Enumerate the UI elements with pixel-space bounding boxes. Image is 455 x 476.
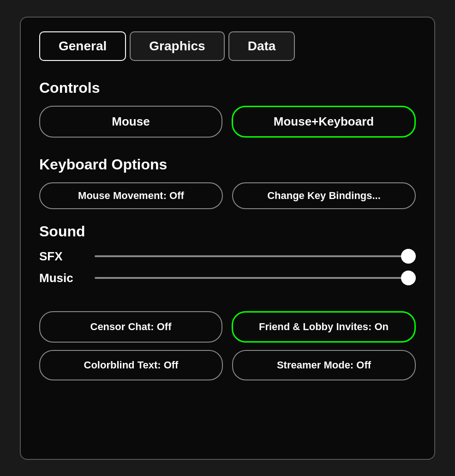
bottom-buttons: Censor Chat: Off Friend & Lobby Invites:… [39, 311, 416, 380]
sfx-row: SFX [39, 249, 416, 264]
bottom-row-2: Colorblind Text: Off Streamer Mode: Off [39, 350, 416, 380]
controls-title: Controls [39, 79, 416, 96]
censor-chat-button[interactable]: Censor Chat: Off [39, 311, 222, 343]
streamer-mode-button[interactable]: Streamer Mode: Off [232, 350, 416, 380]
change-key-bindings-button[interactable]: Change Key Bindings... [232, 182, 416, 209]
sound-title: Sound [39, 223, 416, 240]
sfx-slider-thumb[interactable] [401, 249, 416, 264]
colorblind-text-button[interactable]: Colorblind Text: Off [39, 350, 223, 380]
mouse-button[interactable]: Mouse [39, 106, 222, 138]
bottom-row-1: Censor Chat: Off Friend & Lobby Invites:… [39, 311, 416, 343]
keyboard-options-title: Keyboard Options [39, 156, 416, 173]
music-slider-thumb[interactable] [401, 271, 416, 285]
friend-lobby-invites-button[interactable]: Friend & Lobby Invites: On [232, 311, 416, 343]
sfx-label: SFX [39, 249, 85, 264]
sfx-slider-container [95, 254, 416, 258]
tab-graphics[interactable]: Graphics [130, 31, 224, 61]
keyboard-btn-row: Mouse Movement: Off Change Key Bindings.… [39, 182, 416, 209]
music-row: Music [39, 271, 416, 285]
keyboard-section: Keyboard Options Mouse Movement: Off Cha… [39, 156, 416, 209]
tab-data[interactable]: Data [228, 31, 295, 61]
mouse-keyboard-button[interactable]: Mouse+Keyboard [232, 106, 416, 138]
settings-panel: General Graphics Data Controls Mouse Mou… [20, 17, 435, 460]
controls-section: Controls Mouse Mouse+Keyboard [39, 79, 416, 142]
sound-section: Sound SFX Music [39, 223, 416, 293]
tabs-row: General Graphics Data [39, 31, 416, 61]
music-slider-container [95, 276, 416, 280]
control-buttons-row: Mouse Mouse+Keyboard [39, 106, 416, 138]
mouse-movement-button[interactable]: Mouse Movement: Off [39, 182, 223, 209]
music-slider-track [95, 277, 416, 279]
sfx-slider-track [95, 255, 416, 257]
music-label: Music [39, 271, 85, 285]
tab-general[interactable]: General [39, 31, 126, 61]
